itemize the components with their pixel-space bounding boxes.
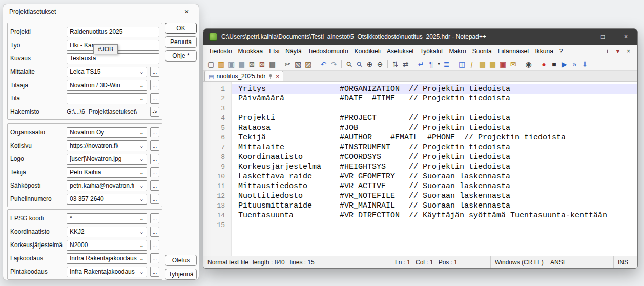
- code-line[interactable]: Yritys #ORGANIZATION // Projektin tiedoi…: [232, 84, 637, 94]
- macro-play-icon[interactable]: ▶: [559, 59, 569, 69]
- code-line[interactable]: Mittaustiedosto #VR_ACTIVE // Suoraan la…: [232, 181, 637, 191]
- code-line[interactable]: Pituusmittaraide #VR_MAINRAIL // Suoraan…: [232, 201, 637, 211]
- menu-item[interactable]: Etsi: [266, 48, 282, 55]
- folder-as-workspace-icon[interactable]: ▦: [488, 59, 497, 69]
- ellipsis-button[interactable]: ...: [150, 194, 159, 204]
- ellipsis-button[interactable]: ...: [150, 93, 159, 104]
- ellipsis-button[interactable]: ...: [150, 167, 159, 177]
- ellipsis-button[interactable]: ...: [150, 253, 159, 263]
- ellipsis-button[interactable]: ...: [150, 180, 159, 191]
- combo-box[interactable]: 03 357 2640⌄: [67, 194, 147, 205]
- combo-box[interactable]: Novatron Oy⌄: [67, 127, 147, 138]
- ellipsis-button[interactable]: ...: [150, 227, 159, 237]
- menu-item[interactable]: Muokkaa: [235, 48, 266, 55]
- close-button[interactable]: ×: [614, 29, 637, 45]
- ellipsis-button[interactable]: ...: [150, 213, 159, 223]
- menu-item[interactable]: Asetukset: [384, 48, 417, 55]
- ellipsis-button[interactable]: ...: [150, 154, 159, 164]
- sync-vertical-scroll-icon[interactable]: ⇅: [390, 59, 400, 69]
- function-list-icon[interactable]: ƒ: [467, 59, 477, 69]
- export-plugin-icon[interactable]: ▣: [498, 59, 508, 69]
- pin-icon[interactable]: [268, 74, 273, 79]
- editor[interactable]: 1Yritys #ORGANIZATION // Projektin tiedo…: [203, 82, 637, 256]
- code-line[interactable]: Korkeusjärjestelmä #HEIGHTSYS // Projekt…: [232, 162, 637, 172]
- document-list-icon[interactable]: ▤: [477, 59, 487, 69]
- combo-box[interactable]: KKJ2⌄: [67, 227, 147, 237]
- menu-item[interactable]: Näytä: [282, 48, 304, 55]
- cut-icon[interactable]: ✂: [283, 59, 293, 69]
- code-line[interactable]: [232, 220, 637, 230]
- code-line[interactable]: Laskettava raide #VR_GEOMETRY // Suoraan…: [232, 172, 637, 181]
- combo-box[interactable]: Novatron / 3D-Win⌄: [67, 80, 147, 91]
- combo-box[interactable]: Infra Rakentajakoodaus⌄: [67, 267, 147, 277]
- window-titlebar[interactable]: C:\Users\petri.kaihia\Documents\Testi_ai…: [203, 29, 637, 45]
- zoom-out-icon[interactable]: ⊖: [375, 59, 385, 69]
- view-monitoring-eye-icon[interactable]: ◉: [524, 59, 533, 69]
- mail-plugin-icon[interactable]: ✉: [508, 59, 518, 69]
- dialog-titlebar[interactable]: Projektiasetukset ×: [3, 4, 199, 19]
- save-all-icon[interactable]: ▦: [237, 59, 246, 69]
- combo-box[interactable]: *⌄: [67, 213, 147, 224]
- undo-icon[interactable]: ↶: [319, 59, 328, 69]
- menu-close-icon[interactable]: ×: [627, 48, 630, 54]
- menu-item[interactable]: Tiedostomuoto: [305, 48, 351, 55]
- code-line[interactable]: Rataosa #JOB // Projektin tiedoista: [232, 123, 637, 133]
- paste-icon[interactable]: ▨: [303, 59, 313, 69]
- sync-horizontal-scroll-icon[interactable]: ⇄: [401, 59, 410, 69]
- ellipsis-button[interactable]: ...: [150, 127, 159, 137]
- tab-nuotitus-2025[interactable]: ▤ nuotitus_2025.hdr ×: [204, 71, 283, 81]
- cancel-button[interactable]: Peruuta: [165, 36, 197, 48]
- dialog-close-icon[interactable]: ×: [180, 8, 193, 16]
- redo-icon[interactable]: ↷: [329, 59, 339, 69]
- open-file-icon[interactable]: ▥: [216, 59, 226, 69]
- menu-item[interactable]: Liitännäiset: [495, 48, 532, 55]
- menu-item[interactable]: Makro: [446, 48, 469, 55]
- copy-icon[interactable]: ▧: [293, 59, 303, 69]
- combo-box[interactable]: Petri Kaihia⌄: [67, 167, 147, 178]
- close-all-icon[interactable]: ⊠: [257, 59, 267, 69]
- tab-new-icon[interactable]: +: [606, 48, 609, 54]
- menu-item[interactable]: Koodikieli: [351, 48, 384, 55]
- code-line[interactable]: Tuentasuunta #VR_DIRECTION // Käyttäjän …: [232, 211, 637, 220]
- clear-button[interactable]: Tyhjennä: [165, 269, 197, 280]
- new-file-icon[interactable]: ▢: [206, 59, 216, 69]
- ellipsis-button[interactable]: ...: [150, 67, 159, 77]
- ellipsis-button[interactable]: ...: [150, 267, 159, 277]
- code-line[interactable]: Nuottitiedosto #VR_NOTEFILE // Suoraan l…: [232, 191, 637, 201]
- macro-record-icon[interactable]: ●: [539, 59, 549, 69]
- code-line[interactable]: Tekijä #AUTHOR #EMAIL #PHONE // Projekti…: [232, 133, 637, 142]
- default-button[interactable]: Oletus: [165, 255, 197, 266]
- combo-box[interactable]: https://novatron.fi/⌄: [67, 140, 147, 151]
- save-icon[interactable]: ▣: [226, 59, 236, 69]
- code-line[interactable]: [232, 104, 637, 113]
- code-line[interactable]: Mittalaite #INSTRUMENT // Projektin tied…: [232, 142, 637, 152]
- combo-box[interactable]: N2000⌄: [67, 240, 147, 251]
- ellipsis-button[interactable]: ...: [150, 240, 159, 250]
- text-input[interactable]: Raidenuotitus 2025: [67, 27, 159, 37]
- macro-stop-icon[interactable]: ■: [549, 59, 559, 69]
- show-all-characters-icon[interactable]: ¶: [426, 59, 436, 69]
- code-line[interactable]: Projekti #PROJECT // Projektin tiedoista: [232, 113, 637, 123]
- code-line[interactable]: Koordinaatisto #COORDSYS // Projektin ti…: [232, 152, 637, 162]
- text-input[interactable]: Testausta: [67, 53, 159, 64]
- menu-item[interactable]: Tiedosto: [205, 48, 235, 55]
- combo-box[interactable]: Leica TS15⌄: [67, 67, 147, 77]
- combo-box[interactable]: [user]\Novatron.jpg⌄: [67, 154, 147, 165]
- ellipsis-button[interactable]: ...: [150, 80, 159, 90]
- ok-button[interactable]: OK: [165, 23, 197, 34]
- combo-box[interactable]: petri.kaihia@novatron.fi⌄: [67, 180, 147, 191]
- menu-item[interactable]: Ikkuna: [532, 48, 556, 55]
- minimize-button[interactable]: —: [568, 29, 591, 45]
- menu-item[interactable]: ?: [556, 48, 566, 55]
- document-map-icon[interactable]: ◫: [457, 59, 467, 69]
- macro-save-icon[interactable]: ⇓: [580, 59, 590, 69]
- close-icon[interactable]: ⊠: [247, 59, 257, 69]
- tab-close-icon[interactable]: ×: [276, 74, 279, 79]
- code-line[interactable]: Päivämäärä #DATE #TIME // Projektin tied…: [232, 94, 637, 104]
- show-symbols-dropdown-icon[interactable]: ▾: [437, 59, 441, 69]
- indent-guide-icon[interactable]: ≣: [442, 59, 451, 69]
- help-button[interactable]: Ohje *: [165, 50, 197, 62]
- combo-box[interactable]: Inrfra Rakentajakoodaus⌄: [67, 253, 147, 264]
- combo-box[interactable]: ⌄: [67, 93, 147, 104]
- menu-overflow-icon[interactable]: ▼: [615, 48, 621, 54]
